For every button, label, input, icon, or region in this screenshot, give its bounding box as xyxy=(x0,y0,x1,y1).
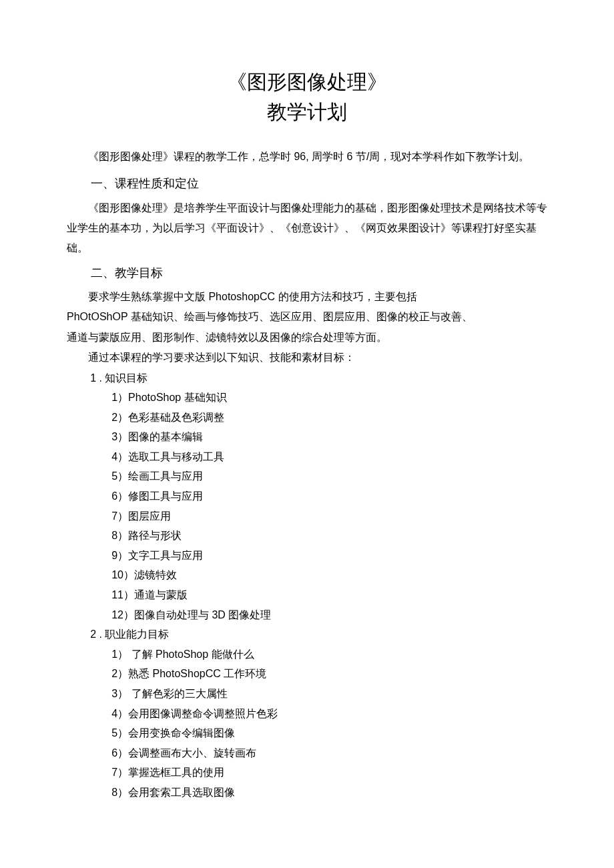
list-item: 7）掌握选框工具的使用 xyxy=(67,763,547,783)
list-item: 10）滤镜特效 xyxy=(67,565,547,585)
list-item: 2）色彩基础及色彩调整 xyxy=(67,408,547,428)
document-title-block: 《图形图像处理》 教学计划 xyxy=(67,67,547,127)
section-2-p4: 通过本课程的学习要求达到以下知识、技能和素材目标： xyxy=(67,348,547,368)
list-item: 6）修图工具与应用 xyxy=(67,486,547,506)
list-item: 5）绘画工具与应用 xyxy=(67,466,547,486)
title-line-1: 《图形图像处理》 xyxy=(67,67,547,97)
list-item: 3）图像的基本编辑 xyxy=(67,427,547,447)
list-item: 5）会用变换命令编辑图像 xyxy=(67,723,547,743)
section-1-heading: 一、课程性质和定位 xyxy=(67,172,547,195)
list-item: 2）熟悉 PhotoShopCC 工作环境 xyxy=(67,664,547,684)
list-item: 11）通道与蒙版 xyxy=(67,585,547,605)
section-2-p2: PhOtOShOP 基础知识、绘画与修饰技巧、选区应用、图层应用、图像的校正与改… xyxy=(67,307,547,327)
list-item: 4）选取工具与移动工具 xyxy=(67,447,547,467)
list-item: 1） 了解 PhotoShop 能做什么 xyxy=(67,644,547,665)
list-item: 7）图层应用 xyxy=(67,506,547,526)
section-1-body: 《图形图像处理》是培养学生平面设计与图像处理能力的基础，图形图像处理技术是网络技… xyxy=(67,198,547,259)
section-2-heading: 二、教学目标 xyxy=(67,262,547,284)
list-item: 12）图像自动处理与 3D 图像处理 xyxy=(67,605,547,625)
intro-paragraph: 《图形图像处理》课程的教学工作，总学时 96, 周学时 6 节/周，现对本学科作… xyxy=(67,147,547,167)
list-item: 3） 了解色彩的三大属性 xyxy=(67,684,547,704)
list-item: 9）文字工具与应用 xyxy=(67,546,547,566)
list-item: 1）PhotoShop 基础知识 xyxy=(67,388,547,408)
goal-2-label: 2 . 职业能力目标 xyxy=(67,624,547,644)
list-item: 8）路径与形状 xyxy=(67,526,547,546)
section-2-p1: 要求学生熟练掌握中文版 PhotoshopCC 的使用方法和技巧，主要包括 xyxy=(67,287,547,307)
section-2-p3: 通道与蒙版应用、图形制作、滤镜特效以及困像的综合处理等方面。 xyxy=(67,328,547,348)
list-item: 4）会用图像调整命令调整照片色彩 xyxy=(67,704,547,724)
list-item: 8）会用套索工具选取图像 xyxy=(67,783,547,803)
list-item: 6）会调整画布大小、旋转画布 xyxy=(67,743,547,763)
goal-1-label: 1 . 知识目标 xyxy=(67,368,547,388)
title-line-2: 教学计划 xyxy=(67,97,547,127)
